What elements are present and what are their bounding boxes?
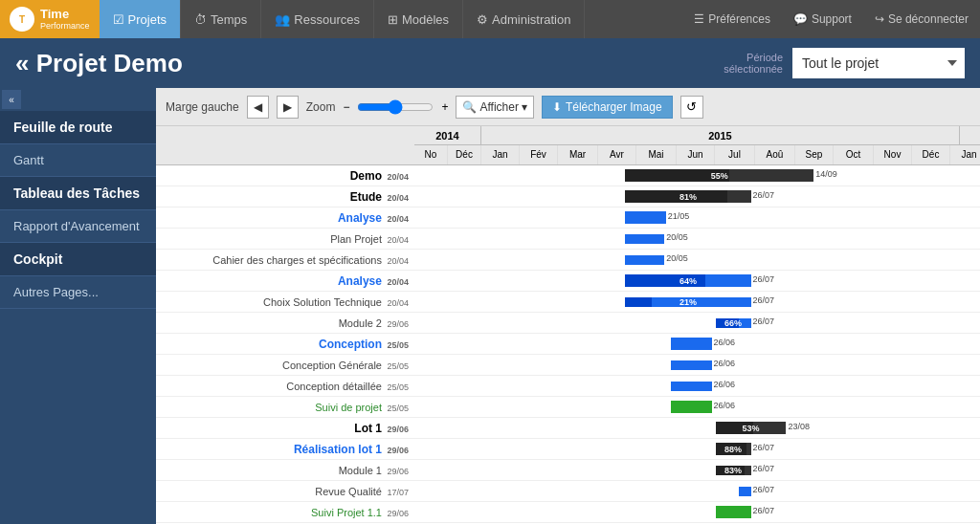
year-2014: 2014	[414, 126, 481, 144]
gantt-row: Conception détaillée 25/0526/06	[156, 376, 980, 397]
afficher-btn[interactable]: 🔍 Afficher ▾	[456, 96, 533, 119]
gantt-row: Choix Solution Technique 20/0421%26/07	[156, 292, 980, 313]
period-select[interactable]: Tout le projet	[792, 48, 965, 78]
sidebar-item-rapport[interactable]: Rapport d'Avancement	[0, 210, 156, 243]
period-section: Périodesélectionnée Tout le projet	[724, 48, 965, 78]
gantt-row: Analyse 20/0464%26/07	[156, 271, 980, 292]
zoom-label: Zoom	[306, 100, 336, 114]
month-mai: Mai	[636, 145, 677, 164]
gantt-row: Demo 20/0455%14/09	[156, 165, 980, 186]
month-dec15: Déc	[912, 145, 950, 164]
nav-items: ☑ Projets ⏱ Temps 👥 Ressources ⊞ Modèles…	[100, 0, 683, 38]
month-fev: Fév	[520, 145, 558, 164]
sidebar-toggle[interactable]: «	[2, 90, 21, 109]
sidebar-item-feuille[interactable]: Feuille de route	[0, 111, 156, 144]
gantt-container[interactable]: 2014 2015 2016 No Déc Jan Fév Mar Avr	[156, 126, 980, 524]
year-2016: 2016	[960, 126, 980, 144]
zoom-plus: +	[441, 100, 448, 114]
gantt-header: 2014 2015 2016 No Déc Jan Fév Mar Avr	[156, 126, 980, 165]
nav-ressources[interactable]: 👥 Ressources	[261, 0, 374, 38]
nav-preferences[interactable]: ☰ Préférences	[682, 0, 782, 38]
nav-temps[interactable]: ⏱ Temps	[181, 0, 261, 38]
sidebar-item-cockpit[interactable]: Cockpit	[0, 243, 156, 276]
month-avr: Avr	[598, 145, 636, 164]
month-mar: Mar	[558, 145, 598, 164]
gantt-row: Lot 1 29/0653%23/08	[156, 418, 980, 439]
gantt-row: Suivi de projet 25/0526/06	[156, 397, 980, 418]
gantt-row: Suivi Projet 1.1 29/0626/07	[156, 502, 980, 523]
sidebar-item-autres[interactable]: Autres Pages...	[0, 276, 156, 309]
margin-right-btn[interactable]: ▶	[277, 96, 299, 119]
logo-icon: T	[10, 7, 34, 32]
sidebar: « Feuille de route Gantt Tableau des Tâc…	[0, 88, 156, 524]
logo-text: Time Performance	[40, 8, 90, 31]
gantt-row: Plan Projet 20/0420/05	[156, 229, 980, 250]
project-title: « Projet Demo	[15, 49, 183, 78]
gantt-row: Module 2 29/0666%26/07	[156, 313, 980, 334]
gantt-body: Demo 20/0455%14/09Etude 20/0481%26/07Ana…	[156, 165, 980, 524]
nav-right: ☰ Préférences 💬 Support ↪ Se déconnecter	[682, 0, 980, 38]
month-nov: Nov	[874, 145, 912, 164]
month-oct: Oct	[834, 145, 874, 164]
gantt-row: Etude 20/0481%26/07	[156, 186, 980, 207]
zoom-slider[interactable]	[357, 99, 434, 115]
month-row: No Déc Jan Fév Mar Avr Mai Jun Jul Aoû S…	[414, 145, 980, 164]
month-jul: Jul	[715, 145, 755, 164]
nav-modeles[interactable]: ⊞ Modèles	[374, 0, 463, 38]
nav-logout[interactable]: ↪ Se déconnecter	[863, 0, 980, 38]
month-no: No	[414, 145, 448, 164]
month-jun: Jun	[677, 145, 715, 164]
month-jan: Jan	[481, 145, 520, 164]
month-aou: Aoû	[755, 145, 795, 164]
toolbar: Marge gauche ◀ ▶ Zoom − + 🔍 Afficher ▾ ⬇…	[156, 88, 980, 126]
period-label: Périodesélectionnée	[724, 52, 783, 75]
content-area: Marge gauche ◀ ▶ Zoom − + 🔍 Afficher ▾ ⬇…	[156, 88, 980, 524]
refresh-btn[interactable]: ↺	[680, 96, 703, 119]
sidebar-item-gantt[interactable]: Gantt	[0, 144, 156, 177]
margin-label: Marge gauche	[166, 100, 239, 114]
logo[interactable]: T Time Performance	[0, 0, 100, 38]
download-btn[interactable]: ⬇ Télécharger Image	[542, 96, 673, 119]
project-header: « Projet Demo Périodesélectionnée Tout l…	[0, 38, 980, 88]
month-jan16: Jan	[950, 145, 980, 164]
gantt-row: Conception Générale 25/0526/06	[156, 355, 980, 376]
gantt-row: Cahier des charges et spécifications 20/…	[156, 250, 980, 271]
sidebar-item-tableau[interactable]: Tableau des Tâches	[0, 177, 156, 210]
gantt-row: Conception 25/0526/06	[156, 334, 980, 355]
gantt-row: Revue Qualité 17/0726/07	[156, 481, 980, 502]
month-dec14: Déc	[448, 145, 481, 164]
gantt-row: Réalisation lot 1 29/0688%26/07	[156, 439, 980, 460]
main-layout: « Feuille de route Gantt Tableau des Tâc…	[0, 88, 980, 524]
nav-support[interactable]: 💬 Support	[782, 0, 863, 38]
year-2015: 2015	[481, 126, 960, 144]
gantt-row: Analyse 20/0421/05	[156, 207, 980, 229]
top-nav: T Time Performance ☑ Projets ⏱ Temps 👥 R…	[0, 0, 980, 38]
nav-projets[interactable]: ☑ Projets	[100, 0, 181, 38]
margin-left-btn[interactable]: ◀	[247, 96, 269, 119]
nav-administration[interactable]: ⚙ Administration	[463, 0, 585, 38]
month-sep: Sep	[795, 145, 834, 164]
gantt-row: Module 1 29/0683%26/07	[156, 460, 980, 481]
zoom-minus: −	[343, 100, 349, 114]
